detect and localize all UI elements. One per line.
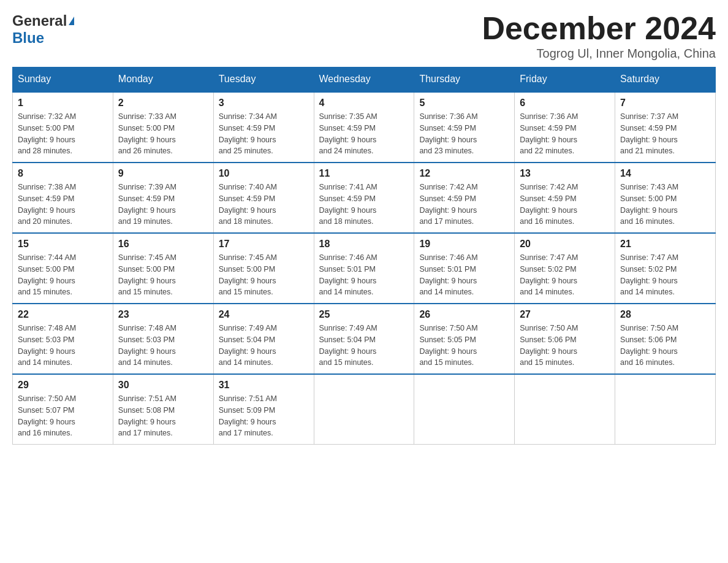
day-info: Sunrise: 7:32 AMSunset: 5:00 PMDaylight:… bbox=[18, 111, 108, 157]
day-info: Sunrise: 7:39 AMSunset: 4:59 PMDaylight:… bbox=[118, 182, 208, 228]
calendar-cell bbox=[515, 374, 615, 445]
calendar-cell: 25Sunrise: 7:49 AMSunset: 5:04 PMDayligh… bbox=[314, 304, 414, 374]
calendar-cell: 8Sunrise: 7:38 AMSunset: 4:59 PMDaylight… bbox=[13, 163, 113, 233]
day-number: 23 bbox=[118, 309, 208, 320]
day-info: Sunrise: 7:48 AMSunset: 5:03 PMDaylight:… bbox=[118, 323, 208, 369]
logo-arrow-icon bbox=[69, 17, 74, 25]
day-info: Sunrise: 7:50 AMSunset: 5:06 PMDaylight:… bbox=[520, 323, 610, 369]
day-number: 8 bbox=[18, 168, 108, 179]
calendar-cell: 23Sunrise: 7:48 AMSunset: 5:03 PMDayligh… bbox=[113, 304, 213, 374]
day-number: 31 bbox=[219, 380, 309, 391]
day-number: 13 bbox=[520, 168, 610, 179]
day-number: 15 bbox=[18, 239, 108, 250]
day-info: Sunrise: 7:41 AMSunset: 4:59 PMDaylight:… bbox=[319, 182, 409, 228]
weekday-header-sunday: Sunday bbox=[13, 67, 113, 92]
calendar-cell: 24Sunrise: 7:49 AMSunset: 5:04 PMDayligh… bbox=[213, 304, 314, 374]
day-number: 16 bbox=[118, 239, 208, 250]
day-number: 20 bbox=[520, 239, 610, 250]
day-number: 26 bbox=[419, 309, 509, 320]
day-info: Sunrise: 7:49 AMSunset: 5:04 PMDaylight:… bbox=[319, 323, 409, 369]
day-info: Sunrise: 7:36 AMSunset: 4:59 PMDaylight:… bbox=[520, 111, 610, 157]
day-info: Sunrise: 7:51 AMSunset: 5:09 PMDaylight:… bbox=[219, 393, 309, 439]
day-info: Sunrise: 7:35 AMSunset: 4:59 PMDaylight:… bbox=[319, 111, 409, 157]
day-number: 9 bbox=[118, 168, 208, 179]
calendar-cell: 5Sunrise: 7:36 AMSunset: 4:59 PMDaylight… bbox=[414, 92, 515, 163]
day-number: 5 bbox=[419, 98, 509, 109]
week-row-2: 8Sunrise: 7:38 AMSunset: 4:59 PMDaylight… bbox=[13, 163, 716, 233]
day-info: Sunrise: 7:36 AMSunset: 4:59 PMDaylight:… bbox=[419, 111, 509, 157]
calendar-cell: 6Sunrise: 7:36 AMSunset: 4:59 PMDaylight… bbox=[515, 92, 615, 163]
calendar-cell: 20Sunrise: 7:47 AMSunset: 5:02 PMDayligh… bbox=[515, 233, 615, 304]
day-number: 14 bbox=[620, 168, 710, 179]
day-info: Sunrise: 7:47 AMSunset: 5:02 PMDaylight:… bbox=[520, 252, 610, 298]
calendar-cell: 30Sunrise: 7:51 AMSunset: 5:08 PMDayligh… bbox=[113, 374, 213, 445]
day-number: 28 bbox=[620, 309, 710, 320]
day-info: Sunrise: 7:50 AMSunset: 5:06 PMDaylight:… bbox=[620, 323, 710, 369]
calendar-cell bbox=[314, 374, 414, 445]
day-number: 17 bbox=[219, 239, 309, 250]
day-number: 7 bbox=[620, 98, 710, 109]
calendar-cell: 21Sunrise: 7:47 AMSunset: 5:02 PMDayligh… bbox=[615, 233, 716, 304]
calendar-cell: 1Sunrise: 7:32 AMSunset: 5:00 PMDaylight… bbox=[13, 92, 113, 163]
day-info: Sunrise: 7:43 AMSunset: 5:00 PMDaylight:… bbox=[620, 182, 710, 228]
calendar-cell: 12Sunrise: 7:42 AMSunset: 4:59 PMDayligh… bbox=[414, 163, 515, 233]
weekday-header-saturday: Saturday bbox=[615, 67, 716, 92]
day-number: 19 bbox=[419, 239, 509, 250]
week-row-5: 29Sunrise: 7:50 AMSunset: 5:07 PMDayligh… bbox=[13, 374, 716, 445]
calendar-cell: 16Sunrise: 7:45 AMSunset: 5:00 PMDayligh… bbox=[113, 233, 213, 304]
day-info: Sunrise: 7:44 AMSunset: 5:00 PMDaylight:… bbox=[18, 252, 108, 298]
calendar-cell: 11Sunrise: 7:41 AMSunset: 4:59 PMDayligh… bbox=[314, 163, 414, 233]
day-number: 1 bbox=[18, 98, 108, 109]
day-number: 6 bbox=[520, 98, 610, 109]
day-info: Sunrise: 7:50 AMSunset: 5:05 PMDaylight:… bbox=[419, 323, 509, 369]
month-title: December 2024 bbox=[482, 12, 716, 44]
calendar-cell: 3Sunrise: 7:34 AMSunset: 4:59 PMDaylight… bbox=[213, 92, 314, 163]
day-info: Sunrise: 7:42 AMSunset: 4:59 PMDaylight:… bbox=[520, 182, 610, 228]
calendar-cell: 4Sunrise: 7:35 AMSunset: 4:59 PMDaylight… bbox=[314, 92, 414, 163]
day-info: Sunrise: 7:38 AMSunset: 4:59 PMDaylight:… bbox=[18, 182, 108, 228]
calendar-cell: 29Sunrise: 7:50 AMSunset: 5:07 PMDayligh… bbox=[13, 374, 113, 445]
day-info: Sunrise: 7:33 AMSunset: 5:00 PMDaylight:… bbox=[118, 111, 208, 157]
weekday-header-friday: Friday bbox=[515, 67, 615, 92]
week-row-1: 1Sunrise: 7:32 AMSunset: 5:00 PMDaylight… bbox=[13, 92, 716, 163]
calendar-cell: 18Sunrise: 7:46 AMSunset: 5:01 PMDayligh… bbox=[314, 233, 414, 304]
weekday-header-wednesday: Wednesday bbox=[314, 67, 414, 92]
weekday-header-monday: Monday bbox=[113, 67, 213, 92]
calendar-cell: 10Sunrise: 7:40 AMSunset: 4:59 PMDayligh… bbox=[213, 163, 314, 233]
page-header: General Blue December 2024 Togrog Ul, In… bbox=[12, 12, 716, 61]
day-number: 24 bbox=[219, 309, 309, 320]
day-number: 4 bbox=[319, 98, 409, 109]
calendar-cell: 27Sunrise: 7:50 AMSunset: 5:06 PMDayligh… bbox=[515, 304, 615, 374]
weekday-header-row: SundayMondayTuesdayWednesdayThursdayFrid… bbox=[13, 67, 716, 92]
day-number: 25 bbox=[319, 309, 409, 320]
day-number: 18 bbox=[319, 239, 409, 250]
calendar-cell: 13Sunrise: 7:42 AMSunset: 4:59 PMDayligh… bbox=[515, 163, 615, 233]
logo-blue: Blue bbox=[12, 29, 44, 46]
calendar-header: SundayMondayTuesdayWednesdayThursdayFrid… bbox=[13, 67, 716, 92]
title-block: December 2024 Togrog Ul, Inner Mongolia,… bbox=[482, 12, 716, 61]
logo: General Blue bbox=[12, 12, 74, 47]
day-info: Sunrise: 7:34 AMSunset: 4:59 PMDaylight:… bbox=[219, 111, 309, 157]
calendar-cell: 14Sunrise: 7:43 AMSunset: 5:00 PMDayligh… bbox=[615, 163, 716, 233]
day-info: Sunrise: 7:40 AMSunset: 4:59 PMDaylight:… bbox=[219, 182, 309, 228]
calendar-cell: 17Sunrise: 7:45 AMSunset: 5:00 PMDayligh… bbox=[213, 233, 314, 304]
day-number: 11 bbox=[319, 168, 409, 179]
week-row-4: 22Sunrise: 7:48 AMSunset: 5:03 PMDayligh… bbox=[13, 304, 716, 374]
day-number: 21 bbox=[620, 239, 710, 250]
day-info: Sunrise: 7:50 AMSunset: 5:07 PMDaylight:… bbox=[18, 393, 108, 439]
calendar-cell: 28Sunrise: 7:50 AMSunset: 5:06 PMDayligh… bbox=[615, 304, 716, 374]
day-number: 10 bbox=[219, 168, 309, 179]
day-info: Sunrise: 7:46 AMSunset: 5:01 PMDaylight:… bbox=[319, 252, 409, 298]
day-info: Sunrise: 7:46 AMSunset: 5:01 PMDaylight:… bbox=[419, 252, 509, 298]
calendar-cell: 31Sunrise: 7:51 AMSunset: 5:09 PMDayligh… bbox=[213, 374, 314, 445]
calendar-cell bbox=[615, 374, 716, 445]
day-info: Sunrise: 7:49 AMSunset: 5:04 PMDaylight:… bbox=[219, 323, 309, 369]
calendar-cell: 22Sunrise: 7:48 AMSunset: 5:03 PMDayligh… bbox=[13, 304, 113, 374]
calendar-cell: 2Sunrise: 7:33 AMSunset: 5:00 PMDaylight… bbox=[113, 92, 213, 163]
location: Togrog Ul, Inner Mongolia, China bbox=[482, 47, 716, 61]
day-info: Sunrise: 7:48 AMSunset: 5:03 PMDaylight:… bbox=[18, 323, 108, 369]
day-info: Sunrise: 7:45 AMSunset: 5:00 PMDaylight:… bbox=[118, 252, 208, 298]
calendar-cell: 26Sunrise: 7:50 AMSunset: 5:05 PMDayligh… bbox=[414, 304, 515, 374]
day-info: Sunrise: 7:47 AMSunset: 5:02 PMDaylight:… bbox=[620, 252, 710, 298]
calendar-cell bbox=[414, 374, 515, 445]
